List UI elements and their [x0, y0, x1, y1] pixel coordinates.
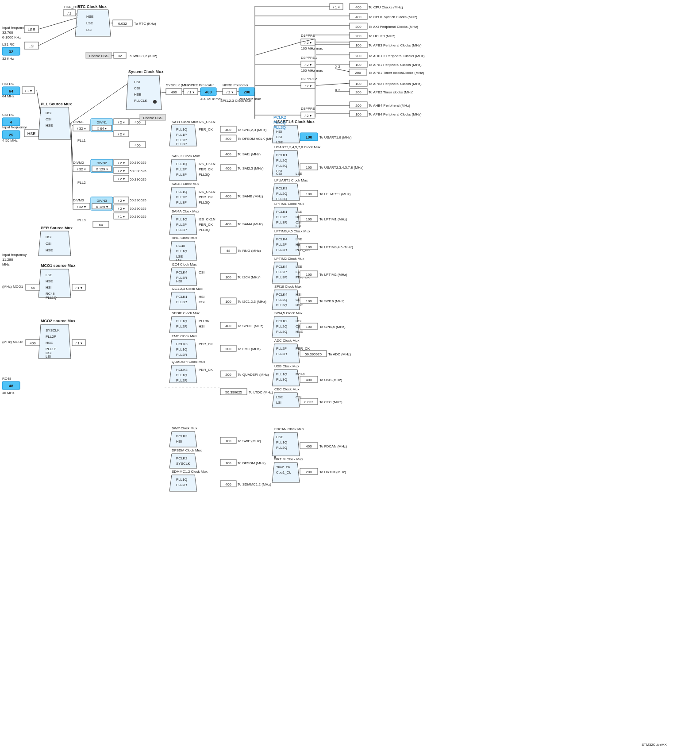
usart2345-out-val: 100 [306, 166, 312, 170]
usb-pll1q: PLL1Q [276, 372, 287, 376]
system-clock-mux [126, 75, 162, 110]
rc48-val[interactable]: 48 [9, 384, 13, 388]
divm1-val[interactable]: / 32 ▾ [77, 127, 86, 131]
swp-pclk3: PCLK3 [176, 434, 188, 438]
pll2-p-val: 50.390625 [130, 161, 146, 165]
mco1-rc48: RC48 [46, 292, 55, 296]
pll1-p-400-val: 400 [135, 120, 141, 124]
pll-src-hse: HSE [46, 123, 53, 127]
divr3-val[interactable]: / 1 ▾ [118, 215, 124, 219]
hrtim-cpu1ck: Cpu1_Ck [276, 470, 291, 474]
divr2-val[interactable]: / 2 ▾ [118, 177, 124, 181]
d3ppre-div[interactable]: / 2 ▾ [304, 114, 311, 118]
sai23-pll3q: PLL3Q [199, 173, 210, 177]
usb-clk-mux-label: USB Clock Mux [274, 364, 299, 368]
divm2-val[interactable]: / 32 ▾ [77, 167, 86, 171]
mco2-source-mux-label: MCO2 source Mux [41, 319, 76, 323]
rng-lsi: LSI [176, 258, 181, 262]
mco2-div-val[interactable]: / 1 ▾ [75, 341, 82, 345]
cpu-div1-val[interactable]: / 1 ▾ [333, 5, 339, 9]
d2ppre1-div[interactable]: / 2 ▾ [304, 63, 311, 67]
rc48-48mhz: 48 MHz [2, 391, 15, 395]
divp1-val[interactable]: / 2 ▾ [118, 120, 124, 124]
sai1-pll1q: PLL1Q [176, 127, 187, 131]
d1ppre-div[interactable]: / 2 ▾ [304, 41, 311, 45]
dfsdm-aclk-val: 400 [225, 137, 231, 141]
lptim2-out-val: 100 [306, 273, 312, 277]
swp-clk-mux-label: SWP Clock Mux [172, 426, 197, 430]
enable-css-label[interactable]: Enable CSS [89, 54, 108, 58]
to-sai4a-val: 400 [225, 222, 231, 226]
fmc-hclk3: HCLK3 [176, 342, 188, 346]
to-spi123-label: To SPI1,2,3 (MHz) [238, 128, 267, 132]
to-lptim2-label: To LPTIM2 (MHz) [319, 273, 347, 277]
usart16-out-val: 100 [305, 135, 312, 139]
sai1-pll3p: PLL3P [176, 142, 187, 146]
csi-rc-val[interactable]: 4 [10, 120, 12, 124]
sai4a-per-ck: PER_CK [199, 223, 213, 227]
hse-rtc-label: HSE_RTC [64, 5, 81, 9]
mco2-sysclk: SYSCLK [46, 328, 60, 332]
hsi-rc-val[interactable]: 64 [9, 89, 13, 93]
divn3-val[interactable]: X 129 ▾ [96, 205, 108, 209]
usart2345-pll2q: PLL2Q [276, 158, 287, 162]
sai23-i2s-ckn: I2S_CK1N [199, 162, 215, 166]
d2ppre2-div[interactable]: / 2 ▾ [304, 84, 311, 88]
to-sai4b-label: To SAI4B (MHz) [238, 194, 263, 198]
watermark: STM32CubeMX [642, 743, 667, 747]
cec-lse: LSE [276, 395, 283, 399]
divr1-val[interactable]: / 2 ▾ [118, 132, 124, 136]
swp-out-val: 100 [225, 439, 231, 443]
hsi-div1-val[interactable]: / 1 ▾ [25, 89, 31, 93]
cec-lsi: LSI [276, 401, 281, 405]
apb2-timer-val: 200 [355, 90, 362, 94]
divn3-label: DIVN3 [96, 199, 107, 203]
lptim345-clk-mux-label: LPTIM3,4,5 Clock Mux [274, 229, 310, 233]
i2s-ck1n-label: I2S_CK1N [199, 120, 215, 124]
usart16-lse: LSE [276, 140, 283, 144]
quadspi-clk-mux-label: QUADSPI Clock Mux [172, 360, 205, 364]
pll-source-mux-label: PLL Source Mux [41, 102, 72, 106]
mco2-hse: HSE [46, 341, 53, 345]
csi-rc-label: CSI RC [2, 113, 14, 117]
usart2345-lse: LSE [296, 172, 302, 176]
sai4b-pll1q: PLL1Q [176, 190, 187, 194]
divp2-val[interactable]: / 2 ▾ [118, 161, 124, 165]
adc-pll3r: PLL3R [276, 352, 287, 356]
divq2-val[interactable]: / 2 ▾ [118, 169, 124, 173]
sai4a-pll2p: PLL2P [176, 223, 187, 227]
to-i2c123-label: To I2C1,2,3 (MHz) [238, 300, 266, 304]
apb1-peripheral-val: 100 [355, 63, 362, 67]
lsi-rc-val[interactable]: 32 [9, 50, 13, 54]
to-fdcan-label: To FDCAN (MHz) [319, 444, 347, 448]
i2c123-csi: CSI [199, 300, 204, 304]
divn1-val[interactable]: X 64 ▾ [97, 127, 107, 131]
divp3-val[interactable]: / 2 ▾ [118, 199, 124, 203]
d2ppre1-label: D2PPRE1 [301, 56, 317, 60]
spi45-pll2q: PLL2Q [276, 324, 287, 328]
sai23-pll1q: PLL1Q [176, 162, 187, 166]
divq3-val[interactable]: / 2 ▾ [118, 207, 124, 211]
lse-label: LSE [27, 27, 35, 32]
per-source-mux [38, 231, 71, 256]
per-hsi: HSI [46, 235, 51, 239]
rng-clk-mux-label: RNG Clock Mux [172, 236, 197, 240]
rtc-to-label: To RTC (KHz) [134, 22, 156, 26]
pll2q-link[interactable]: PLL2Q [273, 120, 286, 125]
fdcan-pll1q: PLL1Q [276, 440, 287, 444]
mco1-div-val[interactable]: / 1 ▾ [75, 286, 82, 290]
d1cpre-div-val[interactable]: / 1 ▾ [187, 90, 194, 94]
apb1-timer-val: 200 [355, 71, 361, 75]
divm3-val[interactable]: / 32 ▾ [77, 205, 86, 209]
to-hclk3-label: To HCLK3 (MHz) [369, 34, 396, 38]
hse-freq-val[interactable]: 25 [9, 133, 13, 137]
lptim2-lse: LSE [296, 265, 302, 269]
hpre-div-val[interactable]: / 2 ▾ [226, 90, 233, 94]
divn2-val[interactable]: X 129 ▾ [96, 167, 108, 171]
enable-css2-label[interactable]: Enable CSS [143, 116, 162, 120]
pll3q-link[interactable]: PLL3Q [273, 125, 286, 130]
quadspi-hclk3: HCLK3 [176, 368, 188, 372]
sdmmc-pll2r: PLL2R [176, 483, 187, 487]
to-ltdc-val: 50.390625 [225, 390, 242, 394]
pclk2-link[interactable]: PCLK2 [273, 115, 286, 120]
